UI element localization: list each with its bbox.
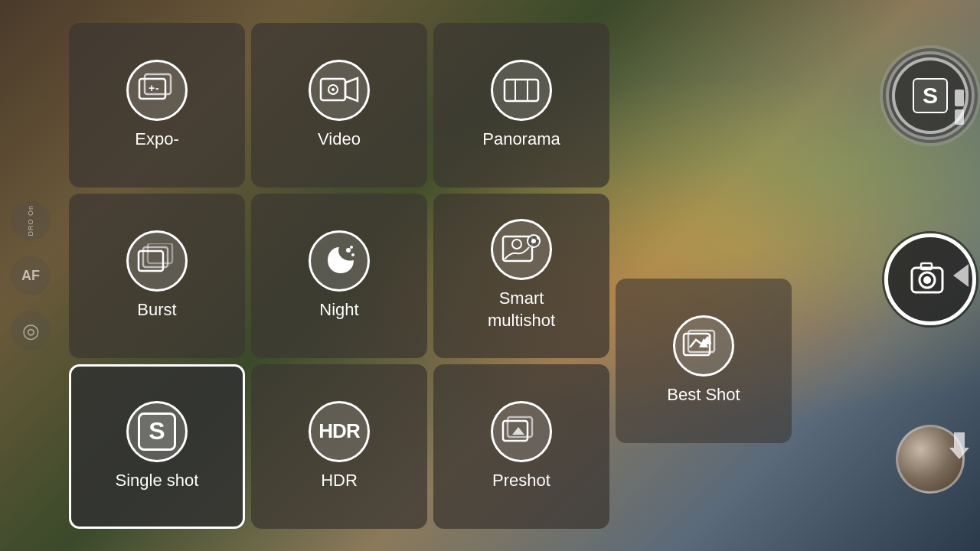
top-arrow-button[interactable] [944, 84, 975, 130]
svg-rect-29 [921, 263, 932, 269]
svg-point-14 [346, 248, 351, 253]
svg-point-18 [512, 240, 521, 249]
mode-tile-video[interactable]: Video [251, 23, 427, 187]
hdr-icon: HDR [309, 401, 370, 462]
svg-text:-: - [155, 82, 159, 94]
panorama-label: Panorama [482, 129, 560, 151]
main-container: DRO On AF ◎ + - Expo- [0, 0, 980, 551]
svg-marker-5 [345, 78, 358, 101]
svg-rect-8 [505, 80, 538, 101]
burst-label: Burst [137, 299, 176, 321]
preshot-label: Preshot [492, 470, 550, 492]
bottom-arrow-button[interactable] [944, 421, 975, 467]
svg-marker-34 [953, 264, 969, 287]
svg-point-7 [332, 88, 335, 91]
single-shot-label: Single shot [116, 470, 199, 492]
smart-multishot-label: Smartmultishot [488, 288, 555, 331]
mode-grid: + - Expo- Video [69, 23, 609, 529]
side-arrows [938, 0, 980, 551]
mode-tile-burst[interactable]: Burst [69, 194, 245, 358]
burst-icon [126, 230, 188, 292]
svg-point-31 [923, 276, 931, 284]
grid-area: + - Expo- Video [61, 0, 880, 551]
mode-tile-best-shot[interactable]: Best Shot [616, 279, 792, 443]
svg-text:+: + [149, 82, 155, 94]
video-label: Video [318, 129, 361, 151]
mode-tile-night[interactable]: Night [251, 194, 427, 358]
svg-point-20 [531, 239, 536, 243]
svg-rect-33 [955, 109, 964, 125]
mode-tile-single-shot[interactable]: S Single shot [69, 364, 245, 529]
best-shot-icon [673, 315, 734, 377]
left-panel: DRO On AF ◎ [0, 0, 61, 551]
svg-point-15 [351, 253, 354, 256]
night-label: Night [319, 299, 358, 321]
expo-bracketing-icon: + - [126, 60, 188, 121]
mode-tile-hdr[interactable]: HDR HDR [251, 364, 427, 529]
night-icon [309, 230, 370, 292]
preshot-icon [491, 401, 552, 462]
expo-bracketing-label: Expo- [135, 129, 178, 151]
svg-point-16 [350, 246, 353, 249]
aperture-icon[interactable]: ◎ [11, 311, 51, 350]
af-icon[interactable]: AF [11, 256, 51, 295]
mode-tile-expo-bracketing[interactable]: + - Expo- [69, 23, 245, 187]
hdr-label: HDR [321, 470, 358, 492]
smart-multishot-icon [491, 219, 552, 280]
middle-arrow-button[interactable] [944, 253, 975, 298]
mode-tile-smart-multishot[interactable]: Smartmultishot [433, 194, 609, 358]
svg-marker-25 [512, 427, 524, 435]
panorama-icon [491, 60, 552, 121]
single-shot-icon: S [126, 401, 188, 462]
mode-tile-preshot[interactable]: Preshot [433, 364, 609, 529]
best-shot-label: Best Shot [667, 384, 740, 406]
mode-tile-panorama[interactable]: Panorama [433, 23, 609, 187]
video-icon [309, 60, 370, 121]
svg-rect-32 [955, 90, 964, 106]
svg-point-22 [537, 236, 539, 238]
dro-icon[interactable]: DRO On [11, 201, 51, 240]
